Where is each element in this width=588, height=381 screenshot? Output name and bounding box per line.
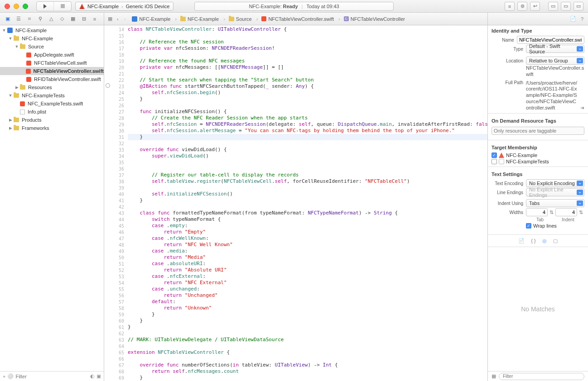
destination-name: Generic iOS Device [126, 4, 170, 9]
breakpoint-navigator-tab[interactable]: ⊟ [80, 16, 88, 22]
debug-navigator-tab[interactable]: ▦ [69, 16, 77, 22]
swift-icon [26, 61, 31, 66]
class-icon: C [344, 16, 349, 21]
navigator-panel: ▼NFC-Example▼NFC-Example▼SourceAppDelega… [0, 25, 104, 381]
ibaction-connection-icon[interactable] [106, 83, 110, 88]
location-select[interactable]: Relative to Group [526, 57, 584, 65]
activity-viewer: NFC-Example: Ready | Today at 09:43 [194, 2, 394, 11]
recent-filter-button[interactable]: ◐ [90, 373, 95, 379]
stop-button[interactable] [54, 2, 71, 11]
editor: 1415161718192021222324252627282930313233… [104, 25, 487, 381]
name-field[interactable] [517, 36, 584, 44]
tree-item[interactable]: NFCTableViewCell.swift [0, 59, 104, 67]
encoding-label: Text Encoding [492, 181, 523, 186]
tree-item[interactable]: ▶Resources [0, 83, 104, 91]
swift-icon [20, 101, 25, 106]
forward-button[interactable]: › [123, 16, 129, 22]
line-gutter[interactable]: 1415161718192021222324252627282930313233… [111, 25, 127, 381]
jumpbar-file[interactable]: NFCTableViewController.swift [261, 16, 340, 22]
tree-item[interactable]: ▼NFC-Example [0, 34, 104, 43]
code-snippet-library-tab[interactable]: { } [531, 238, 535, 243]
quick-help-tab[interactable]: ? [581, 16, 583, 22]
jumpbar-project[interactable]: NFC-Example [132, 16, 177, 22]
test-navigator-tab[interactable]: ◇ [58, 16, 66, 22]
tree-item[interactable]: AppDelegate.swift [0, 51, 104, 59]
lineendings-select[interactable]: No Explicit Line Endings [526, 188, 584, 196]
project-icon [132, 16, 137, 22]
jumpbar-group2[interactable]: Source [229, 16, 258, 22]
indent-select[interactable]: Tabs [526, 199, 584, 207]
scheme-selector[interactable]: NFC-Example › Generic iOS Device [75, 2, 174, 11]
library-empty: No Matches [488, 247, 588, 371]
target-2-label: NFC-ExampleTests [506, 159, 549, 164]
version-editor-button[interactable]: ↩ [530, 2, 540, 11]
run-button[interactable] [37, 2, 54, 11]
navigator-filter-input[interactable] [15, 374, 88, 379]
code-view[interactable]: class NFCTableViewController: UITableVie… [127, 25, 487, 381]
window-controls [5, 4, 28, 9]
target-2-checkbox[interactable] [492, 159, 497, 164]
navigator-filter-bar: + ⚪ ◐ ▣ [0, 371, 104, 381]
scm-filter-button[interactable]: ▣ [96, 373, 101, 379]
svg-marker-2 [499, 152, 504, 158]
maximize-window-button[interactable] [23, 4, 28, 9]
media-library-tab[interactable]: ▢ [553, 238, 558, 244]
odrt-field [492, 127, 584, 135]
type-select[interactable]: Default - Swift Source [526, 45, 584, 53]
symbol-navigator-tab[interactable]: ⌗ [25, 16, 34, 22]
issue-navigator-tab[interactable]: △ [47, 16, 55, 22]
target-1-checkbox[interactable]: ✓ [492, 152, 497, 158]
back-button[interactable]: ‹ [116, 16, 120, 22]
jumpbar-symbol[interactable]: CNFCTableViewController [344, 16, 410, 22]
activity-project: NFC-Example: [249, 4, 281, 9]
tree-item[interactable]: RFIDTableViewController.swift [0, 75, 104, 83]
tree-item[interactable]: NFC_ExampleTests.swift [0, 100, 104, 108]
stop-icon [61, 4, 65, 8]
indent-label: Indent Using [492, 201, 523, 206]
toggle-navigator-button[interactable]: ▭ [548, 2, 558, 11]
project-navigator-tab[interactable]: ▣ [4, 16, 12, 22]
encoding-select[interactable]: No Explicit Encoding [526, 179, 584, 187]
minimize-window-button[interactable] [14, 4, 19, 9]
folder-icon [229, 17, 234, 21]
activity-time: Today at 09:43 [306, 4, 339, 9]
toggle-inspector-button[interactable]: ▭ [574, 2, 583, 11]
indent-width-field[interactable] [555, 208, 577, 216]
tree-item[interactable]: ▶Products [0, 116, 104, 124]
tab-width-field[interactable] [526, 208, 548, 216]
jumpbar-group1[interactable]: NFC-Example [180, 16, 225, 22]
file-tree[interactable]: ▼NFC-Example▼NFC-Example▼SourceAppDelega… [0, 25, 104, 371]
folder-icon [14, 118, 19, 122]
plist-icon [20, 110, 25, 114]
standard-editor-button[interactable]: ≡ [505, 2, 515, 11]
folder-icon [14, 36, 19, 41]
source-control-navigator-tab[interactable]: ☰ [14, 16, 23, 22]
reveal-location-button[interactable]: ➜ [580, 105, 584, 111]
tab-stepper[interactable]: ⇅ [548, 210, 555, 215]
tree-item[interactable]: ▼NFC-ExampleTests [0, 91, 104, 100]
file-template-library-tab[interactable]: 📄 [518, 238, 525, 244]
folder-icon [20, 85, 25, 90]
tree-item[interactable]: ▼Source [0, 43, 104, 51]
toggle-debugger-button[interactable]: ▭ [561, 2, 571, 11]
wrap-lines-checkbox[interactable]: ✓ [526, 223, 531, 229]
library-filter-input[interactable] [499, 373, 584, 380]
folder-icon [14, 93, 19, 98]
indent-stepper[interactable]: ⇅ [577, 210, 583, 215]
find-navigator-tab[interactable]: ⚲ [36, 16, 44, 22]
file-inspector-tab[interactable]: 📄 [570, 16, 576, 22]
name-label: Name [492, 38, 514, 43]
tree-item[interactable]: Info.plist [0, 108, 104, 116]
gutter-flags [104, 25, 111, 381]
folder-icon [20, 44, 25, 49]
grid-icon[interactable]: ▦ [492, 373, 496, 379]
tree-item[interactable]: NFCTableViewController.swift [0, 67, 104, 75]
object-library-tab[interactable]: ◎ [542, 238, 547, 244]
close-window-button[interactable] [5, 4, 10, 9]
tree-item[interactable]: ▼NFC-Example [0, 26, 104, 34]
report-navigator-tab[interactable]: ≡ [91, 16, 99, 22]
related-items-button[interactable]: ▦ [108, 16, 112, 22]
tree-item[interactable]: ▶Frameworks [0, 124, 104, 132]
add-button[interactable]: + [3, 374, 5, 379]
assistant-editor-button[interactable]: ⊚ [517, 2, 527, 11]
